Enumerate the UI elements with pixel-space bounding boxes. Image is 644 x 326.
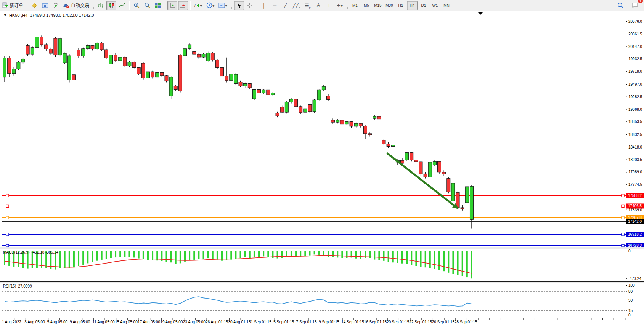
- chart-collapse-icon[interactable]: ▼: [3, 13, 7, 17]
- svg-text:22 Sep 01:15: 22 Sep 01:15: [409, 320, 432, 324]
- zoom-out-button[interactable]: [142, 1, 152, 10]
- svg-text:20361.5: 20361.5: [628, 32, 642, 36]
- timeframe-m5-button[interactable]: M5: [361, 1, 372, 10]
- macd-indicator-header: MACD(12,26,9) -452.18 -385.24: [3, 250, 58, 254]
- fibonacci-tool-button[interactable]: ☰F: [303, 1, 313, 10]
- toolbar-separator: [129, 1, 130, 10]
- history-center-button[interactable]: [29, 1, 39, 10]
- svg-text:18853.5: 18853.5: [628, 120, 642, 124]
- toolbar-separator: [257, 1, 257, 10]
- svg-text:16 Sep 01:15: 16 Sep 01:15: [364, 320, 387, 324]
- svg-text:19718.0: 19718.0: [628, 69, 642, 74]
- horizontal-line-tool-button[interactable]: ─: [270, 1, 280, 10]
- svg-text:18418.0: 18418.0: [628, 145, 642, 149]
- bar-chart-button[interactable]: [96, 1, 106, 10]
- text-icon: A: [317, 3, 320, 8]
- chart-autoscroll-button[interactable]: [167, 1, 177, 10]
- auto-trading-label: 自动交易: [71, 2, 89, 9]
- arrows-tool-button[interactable]: ✦▾: [335, 1, 345, 10]
- toolbar-separator: [190, 1, 191, 10]
- chart-shift-icon: [180, 3, 186, 8]
- svg-text:9 Sep 01:15: 9 Sep 01:15: [319, 320, 339, 324]
- chart-shift-end-icon: [169, 3, 175, 8]
- toolbar: 新订单 自动交易: [0, 0, 644, 11]
- text-tool-button[interactable]: A: [313, 1, 323, 10]
- svg-text:17588.2: 17588.2: [628, 193, 642, 198]
- trendline-icon: ╱: [284, 3, 287, 8]
- templates-icon: [218, 3, 225, 8]
- macd-label: MACD(12,26,9): [3, 250, 29, 254]
- arrows-icon: ✦: [336, 3, 340, 8]
- channel-tool-button[interactable]: ╱╱E: [291, 1, 302, 10]
- equidistant-channel-icon: ╱╱: [293, 3, 299, 8]
- templates-button[interactable]: ▾: [217, 1, 229, 10]
- svg-text:17989.0: 17989.0: [628, 170, 642, 174]
- tile-windows-button[interactable]: [153, 1, 163, 10]
- market-window-icon: [42, 3, 48, 8]
- zoom-in-icon: [133, 2, 140, 8]
- timeframe-h4-button[interactable]: H4: [407, 1, 418, 10]
- signals-button[interactable]: [51, 1, 61, 10]
- rsi-value: 27.0999: [18, 284, 32, 288]
- svg-text:19068.0: 19068.0: [628, 107, 642, 112]
- periods-button[interactable]: ▾: [205, 1, 217, 10]
- add-indicator-icon: f: [194, 3, 200, 8]
- svg-text:0: 0: [628, 249, 631, 253]
- line-chart-button[interactable]: [117, 1, 127, 10]
- horizontal-line-icon: ─: [273, 3, 276, 8]
- timeframe-m15-button[interactable]: M15: [373, 1, 383, 10]
- text-label-icon: T: [327, 3, 331, 8]
- timeframe-w1-button[interactable]: W1: [430, 1, 440, 10]
- cursor-icon: [236, 3, 242, 8]
- svg-text:23 Aug 05:00: 23 Aug 05:00: [183, 320, 206, 324]
- toolbar-separator: [27, 1, 27, 10]
- svg-text:14 Sep 01:15: 14 Sep 01:15: [341, 320, 364, 324]
- zoom-in-button[interactable]: [132, 1, 141, 10]
- svg-text:1 Sep 01:15: 1 Sep 01:15: [251, 320, 271, 324]
- svg-text:17 Aug 05:00: 17 Aug 05:00: [138, 320, 160, 324]
- trading-terminal-window: 新订单 自动交易: [0, 0, 644, 326]
- svg-text:15: 15: [628, 308, 633, 313]
- auto-trading-button[interactable]: 自动交易: [61, 1, 91, 10]
- timeframe-d1-button[interactable]: D1: [418, 1, 429, 10]
- zoom-out-icon: [144, 2, 150, 8]
- toolbar-separator: [165, 1, 165, 10]
- cursor-tool-button[interactable]: [234, 1, 244, 10]
- trendline-tool-button[interactable]: ╱: [281, 1, 291, 10]
- chart-ohlc-values: 17469.0 17493.0 17023.0 17142.0: [30, 13, 94, 18]
- rsi-indicator-header: RSI(15) 27.0999: [3, 284, 32, 288]
- chart-symbol-period: HK50-,H4: [9, 13, 27, 18]
- periods-clock-icon: [206, 2, 212, 8]
- new-order-icon: [2, 2, 8, 8]
- new-order-label: 新订单: [10, 2, 23, 9]
- text-label-tool-button[interactable]: T: [324, 1, 334, 10]
- svg-text:19497.0: 19497.0: [628, 82, 642, 86]
- dropdown-caret-icon: ▾: [212, 3, 215, 8]
- crosshair-icon: [247, 2, 253, 8]
- svg-text:26 Sep 01:15: 26 Sep 01:15: [432, 320, 455, 324]
- timeframe-h1-button[interactable]: H1: [395, 1, 406, 10]
- svg-text:11 Aug 05:00: 11 Aug 05:00: [92, 320, 115, 324]
- svg-text:9 Aug 05:00: 9 Aug 05:00: [70, 320, 90, 324]
- svg-text:f: f: [194, 3, 196, 8]
- new-order-button[interactable]: 新订单: [0, 1, 25, 10]
- chart-shift-button[interactable]: [178, 1, 188, 10]
- chart-area[interactable]: 20576.020361.520147.019932.519718.019497…: [0, 11, 644, 326]
- svg-text:19282.5: 19282.5: [628, 95, 642, 99]
- search-button[interactable]: [615, 1, 625, 10]
- candle-chart-icon: [108, 2, 114, 8]
- candle-chart-button[interactable]: [106, 1, 116, 10]
- crayon-icon: [31, 3, 37, 8]
- svg-text:5 Aug 05:00: 5 Aug 05:00: [47, 320, 68, 324]
- add-indicator-button[interactable]: f ▾: [193, 1, 204, 10]
- auto-trading-icon: [63, 3, 69, 8]
- svg-text:80: 80: [628, 289, 633, 294]
- crosshair-tool-button[interactable]: [245, 1, 255, 10]
- timeframe-m30-button[interactable]: M30: [384, 1, 395, 10]
- svg-text:-473.24: -473.24: [628, 276, 641, 281]
- chart-title: ▼ HK50-,H4 17469.0 17493.0 17023.0 17142…: [3, 13, 94, 18]
- market-watch-button[interactable]: [40, 1, 50, 10]
- vertical-line-tool-button[interactable]: │: [259, 1, 269, 10]
- timeframe-mn-button[interactable]: MN: [441, 1, 452, 10]
- timeframe-m1-button[interactable]: M1: [350, 1, 360, 10]
